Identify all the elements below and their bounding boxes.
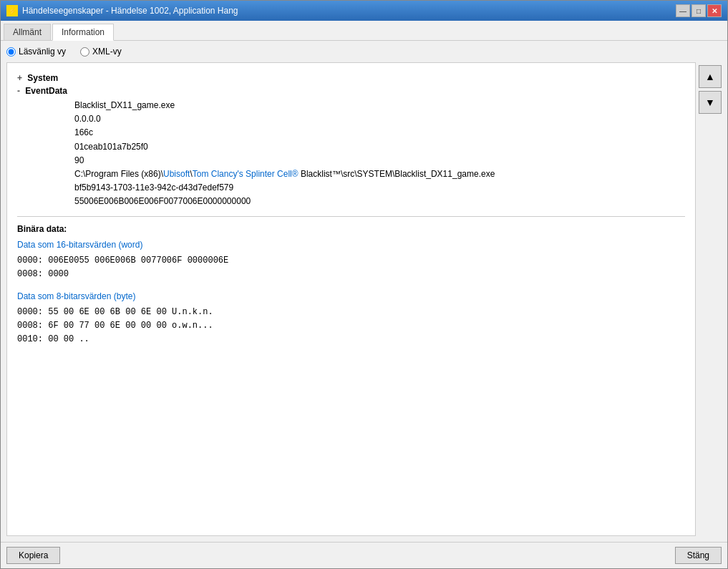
maximize-button[interactable]: □ [691, 4, 706, 17]
tree-system[interactable]: + System [17, 73, 685, 83]
tree-eventdata[interactable]: - EventData [17, 86, 685, 96]
system-toggle[interactable]: + [17, 73, 22, 83]
scrollable-content[interactable]: + System - EventData Blacklist_DX11_game… [6, 62, 696, 536]
binary-label: Binära data: [17, 224, 685, 234]
data-line-2: 166c [74, 126, 685, 140]
path-ubisoft: Ubisoft [163, 169, 190, 179]
separator [17, 216, 685, 217]
data-line-3: 01ceab101a7b25f0 [74, 140, 685, 154]
binary-lines-1: 0000: 55 00 6E 00 6B 00 6E 00 U.n.k.n. 0… [17, 306, 685, 347]
binary-line-1-0: 0000: 55 00 6E 00 6B 00 6E 00 U.n.k.n. [17, 306, 685, 319]
radio-lasvanlig-label: Läsvänlig vy [19, 47, 66, 57]
binary-line-0-1: 0008: 0000 [17, 268, 685, 281]
binary-section-title-1: Data som 8-bitarsvärden (byte) [17, 291, 685, 301]
tab-information[interactable]: Information [52, 24, 114, 41]
main-panel: + System - EventData Blacklist_DX11_game… [6, 62, 722, 536]
data-line-7: 55006E006B006E006F0077006E0000000000 [74, 195, 685, 208]
tab-bar: Allmänt Information [1, 21, 727, 41]
bottom-bar: Kopiera Stäng [1, 542, 727, 568]
data-line-4: 90 [74, 154, 685, 167]
title-bar-left: ⚡ Händelseegenskaper - Händelse 1002, Ap… [6, 5, 238, 16]
radio-group: Läsvänlig vy XML-vy [6, 47, 722, 57]
binary-section-0: Data som 16-bitarsvärden (word) 0000: 00… [17, 240, 685, 281]
radio-xmlvy-input[interactable] [80, 47, 89, 57]
eventdata-children: Blacklist_DX11_game.exe 0.0.0.0 166c 01c… [74, 99, 685, 209]
binary-line-1-2: 0010: 00 00 .. [17, 333, 685, 346]
eventdata-label: EventData [25, 86, 67, 96]
binary-line-1-1: 0008: 6F 00 77 00 6E 00 00 00 o.w.n... [17, 319, 685, 333]
close-window-button[interactable]: ✕ [707, 4, 722, 17]
radio-xmlvy[interactable]: XML-vy [80, 47, 122, 57]
binary-section-title-0: Data som 16-bitarsvärden (word) [17, 240, 685, 250]
path-tomclancy: Tom Clancy's Splinter Cell® [193, 169, 299, 179]
title-bar-buttons: — □ ✕ [676, 4, 722, 17]
radio-lasvanlig[interactable]: Läsvänlig vy [6, 47, 66, 57]
radio-lasvanlig-input[interactable] [6, 47, 16, 57]
copy-button[interactable]: Kopiera [6, 547, 60, 564]
binary-lines-0: 0000: 006E0055 006E006B 0077006F 0000006… [17, 254, 685, 281]
data-line-6: bf5b9143-1703-11e3-942c-d43d7edef579 [74, 181, 685, 195]
content-area: Läsvänlig vy XML-vy + System - EventData [1, 41, 727, 542]
window-title: Händelseegenskaper - Händelse 1002, Appl… [22, 6, 238, 16]
data-line-1: 0.0.0.0 [74, 112, 685, 126]
app-icon: ⚡ [6, 5, 18, 16]
title-bar: ⚡ Händelseegenskaper - Händelse 1002, Ap… [1, 1, 727, 21]
data-line-0: Blacklist_DX11_game.exe [74, 99, 685, 112]
data-line-5-path: C:\Program Files (x86)\Ubisoft\Tom Clanc… [74, 167, 685, 181]
close-button[interactable]: Stäng [675, 547, 722, 564]
side-buttons: ▲ ▼ [699, 62, 722, 536]
binary-section-1: Data som 8-bitarsvärden (byte) 0000: 55 … [17, 291, 685, 347]
system-label: System [27, 73, 58, 83]
main-window: ⚡ Händelseegenskaper - Händelse 1002, Ap… [0, 0, 728, 569]
scroll-up-button[interactable]: ▲ [699, 65, 722, 88]
binary-line-0-0: 0000: 006E0055 006E006B 0077006F 0000006… [17, 254, 685, 268]
radio-xmlvy-label: XML-vy [92, 47, 122, 57]
eventdata-toggle[interactable]: - [17, 86, 20, 96]
scroll-down-button[interactable]: ▼ [699, 91, 722, 114]
tab-allman[interactable]: Allmänt [4, 24, 51, 40]
minimize-button[interactable]: — [676, 4, 690, 17]
